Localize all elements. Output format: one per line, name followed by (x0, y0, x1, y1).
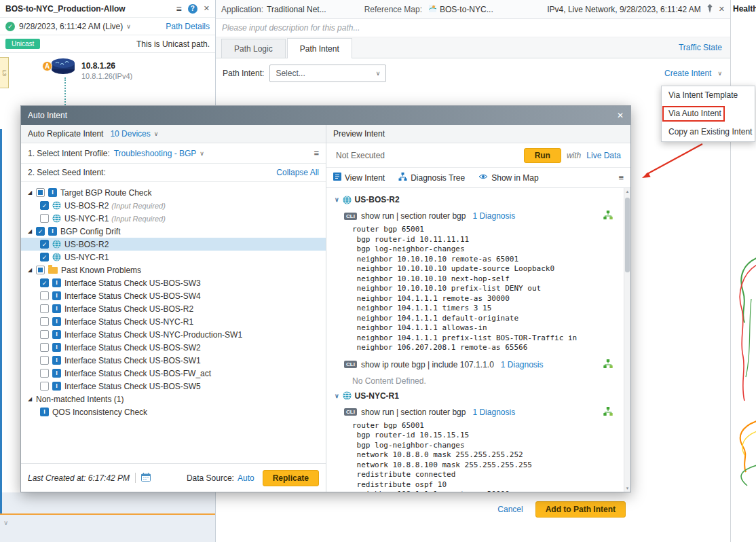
menu-icon[interactable]: ≡ (176, 3, 182, 14)
tree-group-row[interactable]: ◢Non-matched Intents (1) (21, 393, 326, 405)
intent-icon: I (40, 408, 49, 416)
replicate-button[interactable]: Replicate (263, 470, 319, 486)
diagnosis-link[interactable]: 1 Diagnosis (501, 360, 544, 369)
checkbox[interactable] (36, 266, 45, 274)
profile-menu-icon[interactable]: ≡ (314, 148, 319, 158)
live-timestamp[interactable]: 9/28/2023, 6:11:42 AM (Live) (19, 22, 123, 31)
tree-item-row[interactable]: IInterface Status Check US-NYC-Productio… (21, 328, 326, 341)
menu-item-via-auto-intent[interactable]: Via Auto Intent (662, 105, 755, 123)
intent-icon: I (52, 369, 61, 378)
tree-item-row[interactable]: ✓US-NYC-R1 (21, 251, 326, 264)
checkbox[interactable] (36, 188, 45, 197)
l3-edge-tab[interactable]: L3 (0, 57, 9, 88)
diagnosis-link[interactable]: 1 Diagnosis (472, 211, 515, 221)
tab-show-in-map[interactable]: Show in Map (478, 173, 538, 183)
health-panel: Health (730, 0, 756, 542)
checkbox[interactable] (40, 304, 49, 313)
timestamp-caret-icon[interactable]: ∨ (126, 23, 131, 30)
diagnosis-tree-icon[interactable] (603, 359, 613, 370)
tree-item-row[interactable]: IInterface Status Check US-BOS-SW1 (21, 354, 326, 367)
checkbox[interactable] (40, 317, 49, 326)
run-button[interactable]: Run (524, 148, 561, 163)
endpoint-a-badge: A (42, 61, 52, 71)
calendar-icon[interactable] (141, 473, 151, 484)
diagnosis-tree-icon[interactable] (603, 211, 613, 221)
reference-map-value[interactable]: BOS-to-NYC... (440, 5, 493, 14)
menu-item-via-intent-template[interactable]: Via Intent Template (662, 86, 755, 105)
tree-item-row[interactable]: IInterface Status Check US-BOS-R2 (21, 302, 326, 315)
modal-close-icon[interactable]: ✕ (617, 111, 624, 120)
tree-group-row[interactable]: ◢✓IBGP Config Drift (21, 225, 326, 238)
checkbox[interactable] (40, 330, 49, 339)
profile-value-link[interactable]: Troubleshooting - BGP (114, 149, 197, 158)
data-source-value[interactable]: Auto (238, 473, 254, 483)
tree-item-row[interactable]: IInterface Status Check US-BOS-SW4 (21, 289, 326, 302)
checkbox[interactable] (40, 382, 49, 391)
tree-item-row[interactable]: IQOS Inconsistency Check (21, 405, 326, 418)
collapse-caret-icon[interactable]: ∨ (335, 393, 339, 399)
input-required-note: (Input Required) (111, 202, 166, 210)
checkbox[interactable] (40, 214, 49, 223)
collapse-all-link[interactable]: Collapse All (276, 168, 319, 177)
cancel-link[interactable]: Cancel (497, 505, 523, 514)
checkbox[interactable]: ✓ (40, 278, 49, 287)
router-icon[interactable] (50, 57, 76, 77)
live-data-link[interactable]: Live Data (586, 151, 621, 160)
devices-link[interactable]: 10 Devices (110, 129, 150, 139)
collapse-caret-icon[interactable]: ∨ (335, 196, 339, 203)
help-icon[interactable]: ? (188, 4, 197, 14)
tab-path-intent[interactable]: Path Intent (287, 38, 352, 58)
checkbox[interactable]: ✓ (40, 240, 49, 249)
tree-item-row[interactable]: IInterface Status Check US-BOS-SW2 (21, 341, 326, 354)
expand-caret-icon[interactable]: ◢ (28, 228, 36, 234)
checkbox[interactable] (40, 343, 49, 352)
expand-caret-icon[interactable]: ◢ (28, 396, 36, 402)
tab-view-intent[interactable]: View Intent (333, 173, 385, 183)
checkbox[interactable]: ✓ (40, 201, 49, 210)
application-value[interactable]: Traditional Net... (267, 5, 326, 14)
checkbox[interactable]: ✓ (40, 253, 49, 261)
tree-group-row[interactable]: ◢Past Known Problems (21, 264, 326, 276)
traffic-state-link[interactable]: Traffic State (679, 43, 722, 52)
tab-diagnosis-tree[interactable]: Diagnosis Tree (398, 173, 465, 183)
diagnosis-link[interactable]: 1 Diagnosis (472, 408, 515, 417)
tree-item-row[interactable]: IInterface Status Check US-BOS-FW_act (21, 367, 326, 380)
preview-menu-icon[interactable]: ≡ (618, 173, 624, 183)
pin-icon[interactable] (706, 4, 713, 15)
close-map-icon[interactable]: ✕ (719, 5, 725, 14)
preview-device-name: US-BOS-R2 (355, 195, 400, 204)
path-panel-lower-area (0, 492, 215, 542)
scroll-thumb[interactable] (625, 198, 630, 272)
bottom-chevron-icon[interactable]: ∨ (3, 519, 8, 526)
tree-item-row[interactable]: IInterface Status Check US-BOS-SW5 (21, 380, 326, 393)
diagnosis-tree-icon[interactable] (603, 407, 613, 418)
description-input[interactable] (216, 23, 650, 33)
add-to-path-intent-button[interactable]: Add to Path Intent (535, 501, 626, 518)
scroll-up-icon[interactable]: ▲ (624, 189, 630, 194)
tree-item-row[interactable]: IInterface Status Check US-NYC-R1 (21, 315, 326, 328)
device-name[interactable]: 10.8.1.26 (81, 61, 115, 71)
path-details-link[interactable]: Path Details (166, 22, 210, 31)
tree-item-row[interactable]: ✓US-BOS-R2 (21, 238, 326, 251)
menu-item-copy-existing-intent[interactable]: Copy an Existing Intent (662, 123, 755, 141)
checkbox[interactable] (40, 369, 49, 378)
preview-device-row[interactable]: ∨US-NYC-R1 (335, 391, 630, 401)
scrollbar[interactable]: ▲ ▼ (624, 188, 630, 492)
close-panel-icon[interactable]: ✕ (204, 4, 210, 13)
tree-item-row[interactable]: ✓US-BOS-R2(Input Required) (21, 199, 326, 212)
tree-group-row[interactable]: ◢ITarget BGP Route Check (21, 186, 326, 199)
tree-item-row[interactable]: ✓IInterface Status Check US-BOS-SW3 (21, 276, 326, 289)
checkbox[interactable]: ✓ (36, 227, 45, 236)
scroll-down-icon[interactable]: ▼ (624, 486, 630, 490)
checkbox[interactable] (40, 356, 49, 365)
seed-intent-tree: ◢ITarget BGP Route Check✓US-BOS-R2(Input… (21, 182, 326, 463)
checkbox[interactable] (40, 291, 49, 300)
preview-device-row[interactable]: ∨US-BOS-R2 (335, 195, 630, 204)
auto-intent-modal: Auto Intent ✕ Auto Replicate Intent 10 D… (20, 105, 631, 492)
tab-path-logic[interactable]: Path Logic (221, 39, 286, 58)
expand-caret-icon[interactable]: ◢ (28, 189, 36, 196)
tree-item-row[interactable]: US-NYC-R1(Input Required) (21, 212, 326, 225)
expand-caret-icon[interactable]: ◢ (28, 267, 36, 273)
path-intent-select[interactable]: Select... ∨ (269, 65, 386, 82)
create-intent-link[interactable]: Create Intent ∨ (664, 69, 722, 78)
